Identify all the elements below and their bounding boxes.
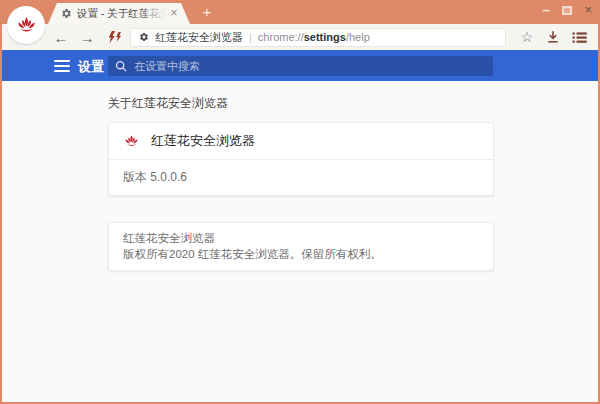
minimize-icon[interactable]: – xyxy=(543,5,551,15)
settings-gear-favicon-icon xyxy=(61,8,72,19)
navigation-toolbar: ← → 红莲花安全浏览器 | chrome:// settings /help … xyxy=(2,24,598,50)
app-logo xyxy=(7,6,45,44)
hamburger-icon xyxy=(54,60,70,62)
settings-menu-button[interactable] xyxy=(54,60,70,72)
downloads-button[interactable] xyxy=(540,26,566,48)
version-row: 版本 5.0.0.6 xyxy=(109,160,493,195)
window-controls: – × xyxy=(543,0,592,20)
back-icon: ← xyxy=(54,29,69,46)
about-product-row: 红莲花安全浏览器 xyxy=(109,123,493,159)
url-separator: | xyxy=(249,31,252,43)
forward-icon: → xyxy=(80,29,95,46)
about-card: 红莲花安全浏览器 版本 5.0.0.6 xyxy=(108,122,494,196)
settings-content: 关于红莲花安全浏览器 红莲花安全浏览器 版本 5.0.0.6 红莲花安全浏览器 … xyxy=(2,81,598,402)
bookmark-star-icon: ☆ xyxy=(521,30,534,44)
dual-lightning-icon xyxy=(107,31,122,44)
browser-window: 设置 - 关于红莲花安全浏览器 × + – × ← → 红莲花安全浏览器 | xyxy=(0,0,600,404)
url-host: settings xyxy=(304,31,346,43)
search-icon xyxy=(115,60,127,72)
browser-menu-button[interactable] xyxy=(566,26,592,48)
product-name: 红莲花安全浏览器 xyxy=(151,132,255,150)
settings-search-input[interactable] xyxy=(134,60,486,72)
copyright-product-line: 红莲花安全浏览器 xyxy=(123,230,479,246)
active-tab[interactable]: 设置 - 关于红莲花安全浏览器 × xyxy=(48,3,190,24)
settings-title: 设置 xyxy=(78,58,104,76)
copyright-card: 红莲花安全浏览器 版权所有2020 红莲花安全浏览器。保留所有权利。 xyxy=(108,222,494,271)
url-site-label: 红莲花安全浏览器 xyxy=(155,30,243,45)
section-title: 关于红莲花安全浏览器 xyxy=(108,95,598,112)
address-bar[interactable]: 红莲花安全浏览器 | chrome:// settings /help xyxy=(130,28,506,47)
tab-strip: 设置 - 关于红莲花安全浏览器 × + – × xyxy=(0,0,600,24)
copyright-rights-line: 版权所有2020 红莲花安全浏览器。保留所有权利。 xyxy=(123,246,479,262)
maximize-icon[interactable] xyxy=(562,6,572,15)
page-gear-icon xyxy=(139,32,149,42)
tab-close-icon[interactable]: × xyxy=(167,6,181,21)
settings-header: 设置 xyxy=(2,50,598,81)
url-text: 红莲花安全浏览器 | chrome:// settings /help xyxy=(155,30,370,45)
tab-title-fade xyxy=(140,3,166,24)
new-tab-button[interactable]: + xyxy=(198,4,216,20)
settings-search-field[interactable] xyxy=(108,56,493,76)
menu-list-icon xyxy=(572,31,587,44)
lotus-logo-icon xyxy=(15,14,38,37)
speed-mode-button[interactable] xyxy=(100,26,128,48)
url-scheme: chrome:// xyxy=(258,31,304,43)
back-button[interactable]: ← xyxy=(48,26,74,48)
window-close-icon[interactable]: × xyxy=(584,4,592,16)
lotus-product-icon xyxy=(123,133,140,150)
version-text: 版本 5.0.0.6 xyxy=(123,169,187,186)
forward-button[interactable]: → xyxy=(74,26,100,48)
download-icon xyxy=(546,30,560,44)
bookmark-button[interactable]: ☆ xyxy=(514,26,540,48)
url-path: /help xyxy=(346,31,370,43)
